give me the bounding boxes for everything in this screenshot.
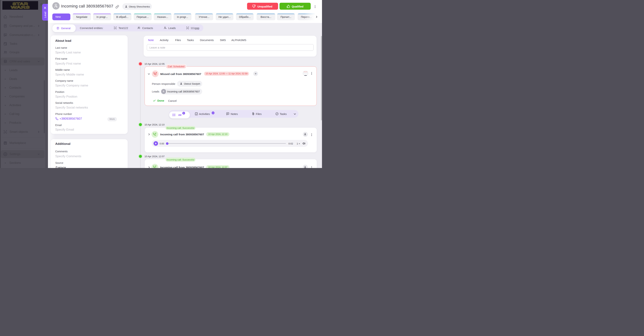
svg-text:WARS: WARS — [11, 5, 30, 9]
